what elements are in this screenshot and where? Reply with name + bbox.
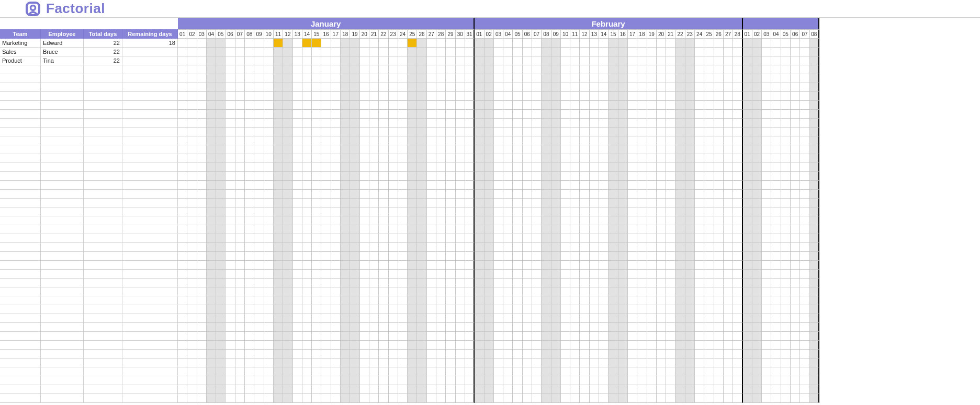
calendar-cell[interactable] bbox=[436, 128, 446, 136]
calendar-cell[interactable] bbox=[657, 279, 666, 287]
calendar-cell[interactable] bbox=[762, 190, 771, 199]
calendar-cell[interactable] bbox=[197, 350, 207, 358]
calendar-cell[interactable] bbox=[609, 119, 618, 128]
calendar-cell[interactable] bbox=[513, 39, 522, 48]
calendar-cell[interactable] bbox=[369, 181, 379, 190]
calendar-cell[interactable] bbox=[331, 199, 341, 207]
calendar-cell[interactable] bbox=[436, 172, 446, 181]
calendar-cell[interactable] bbox=[647, 243, 657, 252]
calendar-cell[interactable] bbox=[743, 287, 752, 296]
calendar-cell[interactable] bbox=[618, 394, 628, 403]
calendar-cell[interactable] bbox=[254, 252, 264, 261]
calendar-cell[interactable] bbox=[341, 376, 350, 385]
calendar-cell[interactable] bbox=[436, 207, 446, 216]
calendar-cell[interactable] bbox=[800, 270, 809, 279]
calendar-cell[interactable] bbox=[216, 261, 226, 270]
calendar-cell[interactable] bbox=[417, 385, 426, 394]
employee-cell[interactable] bbox=[41, 385, 84, 394]
calendar-cell[interactable] bbox=[666, 190, 675, 199]
calendar-cell[interactable] bbox=[446, 145, 455, 154]
calendar-cell[interactable] bbox=[551, 181, 561, 190]
calendar-cell[interactable] bbox=[618, 270, 628, 279]
calendar-cell[interactable] bbox=[580, 314, 589, 323]
calendar-cell[interactable] bbox=[475, 207, 484, 216]
calendar-cell[interactable] bbox=[800, 341, 809, 350]
calendar-cell[interactable] bbox=[570, 39, 580, 48]
calendar-cell[interactable] bbox=[274, 261, 283, 270]
total-cell[interactable] bbox=[84, 190, 122, 199]
total-cell[interactable] bbox=[84, 163, 122, 172]
calendar-cell[interactable] bbox=[714, 243, 724, 252]
calendar-cell[interactable] bbox=[657, 341, 666, 350]
calendar-cell[interactable] bbox=[561, 181, 570, 190]
calendar-cell[interactable] bbox=[791, 376, 800, 385]
calendar-cell[interactable] bbox=[637, 172, 647, 181]
calendar-cell[interactable] bbox=[379, 296, 388, 305]
calendar-cell[interactable] bbox=[369, 48, 379, 56]
calendar-cell[interactable] bbox=[436, 74, 446, 83]
calendar-cell[interactable] bbox=[302, 314, 312, 323]
calendar-cell[interactable] bbox=[542, 341, 551, 350]
calendar-cell[interactable] bbox=[226, 181, 235, 190]
calendar-cell[interactable] bbox=[542, 350, 551, 358]
calendar-cell[interactable] bbox=[714, 341, 724, 350]
calendar-cell[interactable] bbox=[360, 341, 369, 350]
calendar-cell[interactable] bbox=[599, 261, 609, 270]
calendar-cell[interactable] bbox=[465, 332, 475, 341]
calendar-cell[interactable] bbox=[197, 65, 207, 74]
total-cell[interactable] bbox=[84, 358, 122, 367]
calendar-cell[interactable] bbox=[436, 234, 446, 243]
calendar-cell[interactable] bbox=[675, 332, 685, 341]
calendar-cell[interactable] bbox=[398, 199, 408, 207]
calendar-cell[interactable] bbox=[187, 163, 197, 172]
calendar-cell[interactable] bbox=[341, 190, 350, 199]
calendar-cell[interactable] bbox=[561, 110, 570, 119]
calendar-cell[interactable] bbox=[197, 261, 207, 270]
calendar-cell[interactable] bbox=[513, 394, 522, 403]
calendar-cell[interactable] bbox=[398, 305, 408, 314]
calendar-cell[interactable] bbox=[743, 145, 752, 154]
calendar-cell[interactable] bbox=[187, 154, 197, 163]
calendar-cell[interactable] bbox=[590, 181, 599, 190]
calendar-cell[interactable] bbox=[762, 128, 771, 136]
calendar-cell[interactable] bbox=[542, 163, 551, 172]
calendar-cell[interactable] bbox=[724, 56, 733, 65]
calendar-cell[interactable] bbox=[446, 128, 455, 136]
calendar-cell[interactable] bbox=[436, 243, 446, 252]
calendar-cell[interactable] bbox=[369, 367, 379, 376]
calendar-cell[interactable] bbox=[580, 385, 589, 394]
calendar-cell[interactable] bbox=[628, 243, 637, 252]
calendar-cell[interactable] bbox=[494, 279, 503, 287]
calendar-cell[interactable] bbox=[485, 314, 494, 323]
calendar-cell[interactable] bbox=[369, 279, 379, 287]
calendar-cell[interactable] bbox=[293, 172, 302, 181]
calendar-cell[interactable] bbox=[685, 279, 695, 287]
calendar-cell[interactable] bbox=[675, 136, 685, 145]
calendar-cell[interactable] bbox=[341, 145, 350, 154]
calendar-cell[interactable] bbox=[312, 163, 321, 172]
calendar-cell[interactable] bbox=[685, 358, 695, 367]
remaining-cell[interactable] bbox=[122, 341, 178, 350]
calendar-cell[interactable] bbox=[408, 234, 417, 243]
calendar-cell[interactable] bbox=[274, 314, 283, 323]
calendar-cell[interactable] bbox=[647, 48, 657, 56]
calendar-cell[interactable] bbox=[360, 145, 369, 154]
calendar-cell[interactable] bbox=[810, 181, 819, 190]
calendar-cell[interactable] bbox=[456, 287, 465, 296]
calendar-cell[interactable] bbox=[733, 376, 742, 385]
calendar-cell[interactable] bbox=[436, 287, 446, 296]
calendar-cell[interactable] bbox=[331, 216, 341, 225]
calendar-cell[interactable] bbox=[714, 314, 724, 323]
calendar-cell[interactable] bbox=[685, 314, 695, 323]
calendar-cell[interactable] bbox=[312, 199, 321, 207]
calendar-cell[interactable] bbox=[666, 136, 675, 145]
remaining-cell[interactable] bbox=[122, 83, 178, 92]
calendar-cell[interactable] bbox=[369, 56, 379, 65]
calendar-cell[interactable] bbox=[513, 225, 522, 234]
calendar-cell[interactable] bbox=[791, 216, 800, 225]
calendar-cell[interactable] bbox=[494, 56, 503, 65]
calendar-cell[interactable] bbox=[590, 128, 599, 136]
calendar-cell[interactable] bbox=[628, 350, 637, 358]
calendar-cell[interactable] bbox=[178, 376, 187, 385]
calendar-cell[interactable] bbox=[302, 190, 312, 199]
